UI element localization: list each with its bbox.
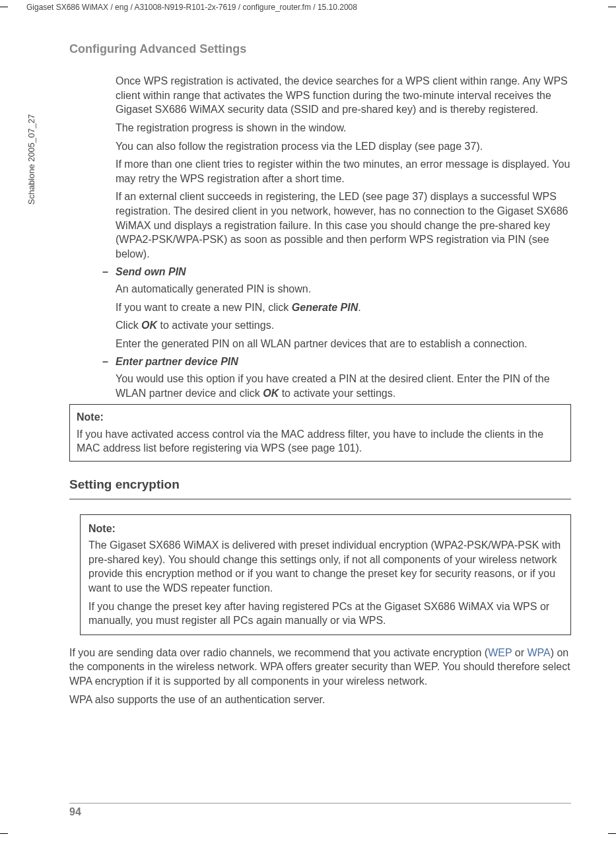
- note-title: Note:: [77, 410, 564, 425]
- crop-mark: [608, 833, 616, 834]
- page-content: Configuring Advanced Settings Once WPS r…: [69, 41, 571, 710]
- text-span: .: [358, 302, 360, 313]
- ui-label-reference: Generate PIN: [292, 302, 358, 313]
- subsection-title: Setting encryption: [69, 476, 571, 493]
- body-paragraph: If you want to create a new PIN, click G…: [116, 300, 571, 315]
- dash-bullet: –: [102, 355, 116, 369]
- section-title: Configuring Advanced Settings: [69, 41, 571, 57]
- note-box: Note: The Gigaset SX686 WiMAX is deliver…: [80, 514, 571, 635]
- text-span: Click: [116, 320, 141, 331]
- section-divider: [69, 498, 571, 500]
- crop-mark: [0, 7, 8, 7]
- ui-label-reference: OK: [263, 388, 279, 399]
- glossary-link-wpa[interactable]: WPA: [527, 647, 550, 658]
- list-item: – Enter partner device PIN: [102, 355, 571, 369]
- body-paragraph: The registration progress is shown in th…: [116, 121, 571, 135]
- body-paragraph: Click OK to activate your settings.: [116, 318, 571, 333]
- note-body: If you change the preset key after havin…: [88, 600, 563, 628]
- note-body: The Gigaset SX686 WiMAX is delivered wit…: [88, 538, 563, 595]
- dash-bullet: –: [102, 265, 116, 279]
- note-title: Note:: [88, 522, 563, 536]
- list-item-title: Enter partner device PIN: [116, 355, 238, 369]
- crop-mark: [608, 7, 616, 7]
- body-paragraph: If more than one client tries to registe…: [116, 157, 571, 186]
- list-item: – Send own PIN: [102, 265, 571, 279]
- note-body: If you have activated access control via…: [77, 427, 564, 456]
- text-span: If you are sending data over radio chann…: [69, 647, 488, 658]
- header-path: Gigaset SX686 WiMAX / eng / A31008-N919-…: [26, 3, 590, 12]
- body-paragraph: WPA also supports the use of an authenti…: [69, 693, 571, 707]
- page-number: 94: [69, 806, 81, 818]
- body-paragraph: If you are sending data over radio chann…: [69, 646, 571, 689]
- text-span: If you want to create a new PIN, click: [116, 302, 292, 313]
- text-span: to activate your settings.: [279, 388, 395, 399]
- crop-mark: [0, 833, 8, 834]
- body-paragraph: Once WPS registration is activated, the …: [116, 74, 571, 117]
- ui-label-reference: OK: [141, 320, 157, 331]
- note-box: Note: If you have activated access contr…: [69, 404, 571, 462]
- text-span: or: [512, 647, 527, 658]
- body-paragraph: You can also follow the registration pro…: [116, 139, 571, 154]
- text-span: to activate your settings.: [157, 320, 274, 331]
- body-paragraph: Enter the generated PIN on all WLAN part…: [116, 337, 571, 351]
- body-paragraph: An automatically generated PIN is shown.: [116, 282, 571, 296]
- body-paragraph: You would use this option if you have cr…: [116, 372, 571, 400]
- list-item-title: Send own PIN: [116, 265, 186, 279]
- sidebar-template-label: Schablone 2005_07_27: [26, 114, 36, 205]
- body-paragraph: If an external client succeeds in regist…: [116, 189, 571, 261]
- glossary-link-wep[interactable]: WEP: [488, 647, 512, 658]
- page-footer-rule: [69, 803, 571, 804]
